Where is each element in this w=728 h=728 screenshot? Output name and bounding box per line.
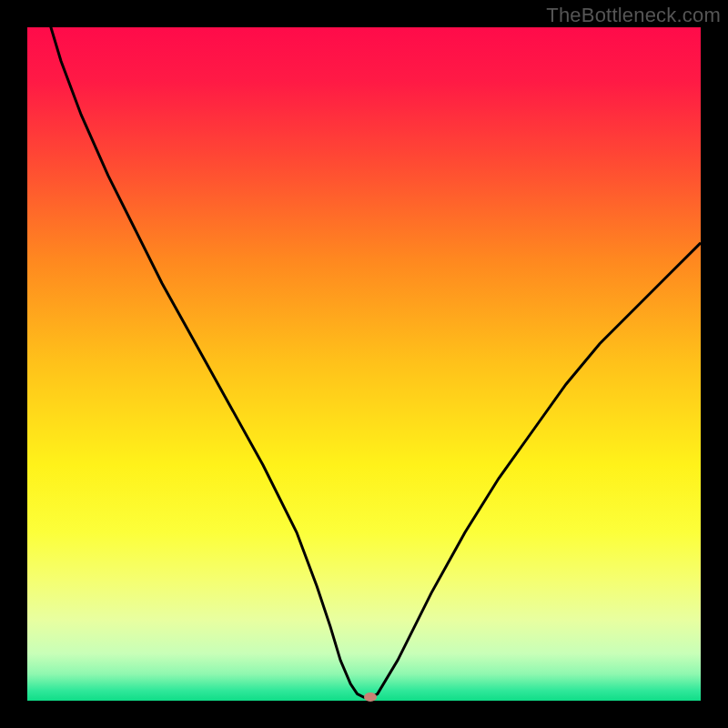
bottleneck-chart: TheBottleneck.com xyxy=(0,0,728,728)
watermark-text: TheBottleneck.com xyxy=(546,4,721,27)
chart-svg xyxy=(27,27,701,701)
plot-area xyxy=(27,27,701,701)
optimal-point-marker xyxy=(364,693,377,702)
gradient-background xyxy=(27,27,701,701)
